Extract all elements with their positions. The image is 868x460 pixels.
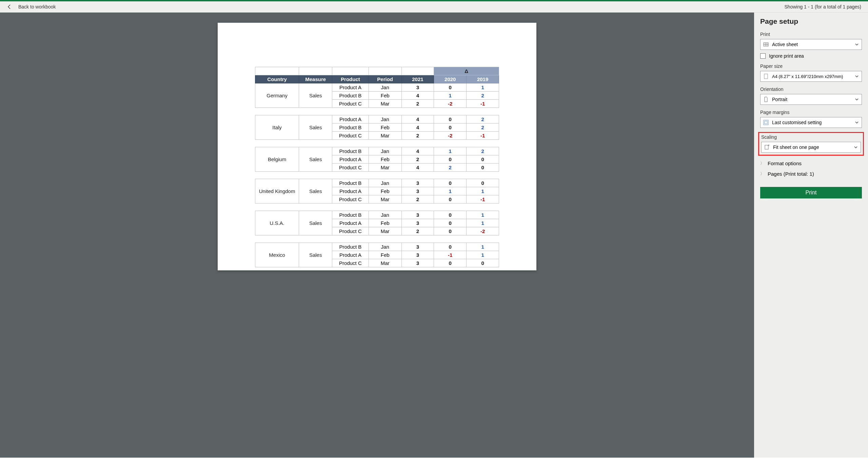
cell-2019: -1 bbox=[467, 195, 499, 204]
cell-country: Mexico bbox=[255, 243, 299, 267]
orientation-select[interactable]: Portrait bbox=[760, 94, 862, 105]
cell-2021: 2 bbox=[401, 227, 434, 235]
cell-2019: -1 bbox=[467, 100, 499, 108]
cell-2021: 3 bbox=[401, 83, 434, 92]
chevron-down-icon bbox=[855, 120, 859, 124]
cell-2020: 0 bbox=[434, 83, 467, 92]
cell-country: Belgium bbox=[255, 147, 299, 172]
cell-period: Feb bbox=[369, 187, 401, 195]
svg-rect-4 bbox=[764, 74, 768, 79]
cell-period: Jan bbox=[369, 115, 401, 123]
cell-2019: 2 bbox=[467, 92, 499, 100]
orientation-value: Portrait bbox=[772, 97, 787, 102]
chevron-down-icon bbox=[855, 42, 859, 46]
margins-select[interactable]: Last customised setting bbox=[760, 117, 862, 128]
cell-period: Mar bbox=[369, 164, 401, 172]
papersize-value: A4 (8.27" x 11.69"/210mm x297mm) bbox=[772, 74, 843, 79]
cell-2021: 4 bbox=[401, 164, 434, 172]
print-value: Active sheet bbox=[772, 42, 798, 47]
header-bar: Back to workbook Showing 1 - 1 (for a to… bbox=[0, 1, 868, 13]
papersize-select[interactable]: A4 (8.27" x 11.69"/210mm x297mm) bbox=[760, 71, 862, 82]
orientation-label: Orientation bbox=[760, 87, 862, 92]
cell-period: Mar bbox=[369, 259, 401, 267]
cell-2020: -2 bbox=[434, 132, 467, 140]
format-options-expander[interactable]: 〉 Format options bbox=[760, 160, 862, 166]
col-product: Product bbox=[332, 75, 369, 83]
cell-period: Feb bbox=[369, 251, 401, 259]
table-row: ItalySalesProduct AJan402 bbox=[255, 115, 499, 123]
table-row: United KingdomSalesProduct BJan300 bbox=[255, 179, 499, 187]
page-icon bbox=[763, 74, 769, 79]
cell-product: Product A bbox=[332, 115, 369, 123]
cell-2021: 3 bbox=[401, 179, 434, 187]
cell-2021: 2 bbox=[401, 195, 434, 204]
cell-2020: 0 bbox=[434, 115, 467, 123]
col-period: Period bbox=[369, 75, 401, 83]
cell-product: Product B bbox=[332, 243, 369, 251]
cell-period: Jan bbox=[369, 179, 401, 187]
cell-product: Product B bbox=[332, 211, 369, 219]
print-button[interactable]: Print bbox=[760, 187, 862, 198]
cell-country: United Kingdom bbox=[255, 179, 299, 204]
arrow-left-icon bbox=[7, 4, 12, 9]
page-sheet: ΔCountryMeasureProductPeriod202120202019… bbox=[218, 23, 536, 270]
print-preview-area: ΔCountryMeasureProductPeriod202120202019… bbox=[0, 13, 754, 458]
cell-2020: 0 bbox=[434, 123, 467, 132]
cell-2020: 0 bbox=[434, 155, 467, 164]
cell-2020: 0 bbox=[434, 179, 467, 187]
cell-2021: 3 bbox=[401, 259, 434, 267]
cell-measure: Sales bbox=[299, 115, 332, 140]
cell-2020: 0 bbox=[434, 259, 467, 267]
cell-2020: 1 bbox=[434, 147, 467, 155]
back-to-workbook-link[interactable]: Back to workbook bbox=[7, 4, 56, 9]
cell-2020: 0 bbox=[434, 195, 467, 204]
cell-2019: 2 bbox=[467, 123, 499, 132]
cell-2021: 3 bbox=[401, 187, 434, 195]
cell-measure: Sales bbox=[299, 179, 332, 204]
cell-period: Jan bbox=[369, 83, 401, 92]
cell-product: Product C bbox=[332, 164, 369, 172]
margins-value: Last customised setting bbox=[772, 120, 822, 125]
cell-2019: -1 bbox=[467, 132, 499, 140]
cell-period: Mar bbox=[369, 132, 401, 140]
cell-period: Feb bbox=[369, 92, 401, 100]
pages-expander[interactable]: 〉 Pages (Print total: 1) bbox=[760, 171, 862, 177]
cell-2020: 0 bbox=[434, 227, 467, 235]
cell-product: Product B bbox=[332, 123, 369, 132]
cell-product: Product C bbox=[332, 100, 369, 108]
print-select[interactable]: Active sheet bbox=[760, 39, 862, 50]
col-2021: 2021 bbox=[401, 75, 434, 83]
margins-label: Page margins bbox=[760, 110, 862, 115]
cell-2019: 1 bbox=[467, 187, 499, 195]
table-row: GermanySalesProduct AJan301 bbox=[255, 83, 499, 92]
cell-2020: 0 bbox=[434, 219, 467, 227]
grid-icon bbox=[763, 42, 769, 47]
cell-country: U.S.A. bbox=[255, 211, 299, 235]
cell-period: Jan bbox=[369, 211, 401, 219]
cell-measure: Sales bbox=[299, 147, 332, 172]
scaling-select[interactable]: Fit sheet on one page bbox=[761, 142, 861, 153]
scaling-icon bbox=[764, 145, 770, 150]
cell-2019: 1 bbox=[467, 211, 499, 219]
scaling-highlight: Scaling Fit sheet on one page bbox=[758, 132, 864, 156]
cell-period: Jan bbox=[369, 147, 401, 155]
cell-product: Product C bbox=[332, 195, 369, 204]
cell-2020: 1 bbox=[434, 92, 467, 100]
cell-period: Mar bbox=[369, 195, 401, 204]
cell-2021: 3 bbox=[401, 251, 434, 259]
showing-text: Showing 1 - 1 (for a total of 1 pages) bbox=[785, 4, 861, 9]
cell-period: Jan bbox=[369, 243, 401, 251]
delta-header: Δ bbox=[434, 67, 499, 75]
cell-2021: 4 bbox=[401, 115, 434, 123]
checkbox-icon bbox=[760, 53, 766, 59]
table-row: MexicoSalesProduct BJan301 bbox=[255, 243, 499, 251]
cell-2019: 0 bbox=[467, 259, 499, 267]
ignore-print-area-checkbox[interactable]: Ignore print area bbox=[760, 53, 862, 59]
scaling-label: Scaling bbox=[761, 134, 861, 140]
cell-period: Feb bbox=[369, 219, 401, 227]
scaling-value: Fit sheet on one page bbox=[773, 145, 819, 150]
table-row: U.S.A.SalesProduct BJan301 bbox=[255, 211, 499, 219]
cell-measure: Sales bbox=[299, 83, 332, 108]
pages-label: Pages (Print total: 1) bbox=[768, 171, 814, 177]
cell-product: Product A bbox=[332, 155, 369, 164]
